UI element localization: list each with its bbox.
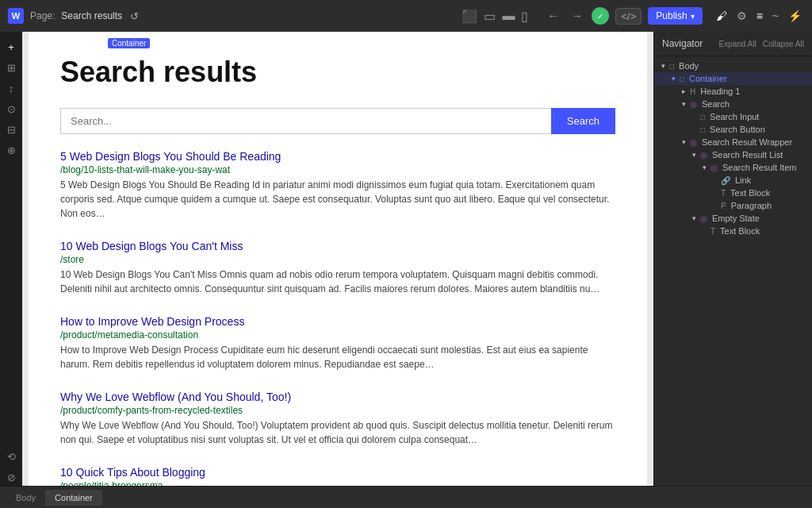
tree-item-label: Text Block xyxy=(720,226,760,236)
result-item: 10 Web Design Blogs You Can't Miss /stor… xyxy=(60,240,615,296)
tree-item[interactable]: T Text Block xyxy=(654,225,812,237)
mobile-icon[interactable]: ▯ xyxy=(521,9,528,24)
reload-icon[interactable]: ↺ xyxy=(130,10,139,22)
tree-item-label: Search Result List xyxy=(712,150,783,160)
code-editor-button[interactable]: </> xyxy=(615,8,642,25)
tree-item[interactable]: T Text Block xyxy=(654,187,812,199)
page-name: Search results xyxy=(61,10,122,21)
collapse-all-button[interactable]: Collapse All xyxy=(763,40,804,48)
tree-item[interactable]: 🔗 Link xyxy=(654,174,812,187)
tree-item-label: Search Button xyxy=(710,125,765,134)
navigator-title: Navigator xyxy=(662,38,703,49)
result-item: How to Improve Web Design Process /produ… xyxy=(60,315,615,371)
laptop-icon[interactable]: ▬ xyxy=(502,9,515,23)
tree-node-icon: H xyxy=(690,87,695,96)
tree-item[interactable]: ▾ ◎ Search Result Wrapper xyxy=(654,136,812,148)
search-results-list: 5 Web Design Blogs You Should Be Reading… xyxy=(60,150,615,486)
result-title-link[interactable]: 10 Quick Tips About Blogging xyxy=(60,466,615,479)
tree-item-label: Link xyxy=(735,175,751,185)
tree-item[interactable]: ▾ □ Body xyxy=(654,60,812,72)
result-url: /product/comfy-pants-from-recycled-texti… xyxy=(60,405,615,416)
page-title: Search results xyxy=(60,56,615,89)
tree-item[interactable]: ▾ ◎ Search xyxy=(654,98,812,110)
result-title-link[interactable]: 10 Web Design Blogs You Can't Miss xyxy=(60,240,615,252)
canvas-area: Container Search results Search 5 Web De… xyxy=(22,32,653,486)
tree-node-icon: □ xyxy=(700,113,705,121)
page-content: Search results Search 5 Web Design Blogs… xyxy=(29,32,647,486)
add-panel-icon[interactable]: + xyxy=(2,38,20,56)
expand-all-button[interactable]: Expand All xyxy=(718,40,756,48)
tree-expand-icon xyxy=(710,202,718,210)
navigator-actions: Expand All Collapse All xyxy=(718,40,804,48)
result-title-link[interactable]: How to Improve Web Design Process xyxy=(60,315,615,328)
desktop-icon[interactable]: ⬛ xyxy=(462,9,477,24)
tree-item[interactable]: □ Search Input xyxy=(654,110,812,123)
tree-item[interactable]: □ Search Button xyxy=(654,123,812,136)
help-icon[interactable]: ⊘ xyxy=(2,468,20,486)
layers-icon[interactable]: ≡ xyxy=(754,7,765,25)
tree-expand-icon: ▾ xyxy=(690,151,698,159)
bottom-bar: BodyContainer xyxy=(0,486,812,508)
tree-item-label: Empty State xyxy=(712,214,760,223)
result-excerpt: How to Improve Web Design Process Cupidi… xyxy=(60,343,615,371)
settings-icon[interactable]: ⚙ xyxy=(734,7,749,25)
search-input[interactable] xyxy=(60,108,551,134)
result-excerpt: 10 Web Design Blogs You Can't Miss Omnis… xyxy=(60,267,615,296)
bottom-tab-body[interactable]: Body xyxy=(6,490,45,506)
tree-item[interactable]: ▸ H Heading 1 xyxy=(654,85,812,98)
tree-item-label: Search xyxy=(702,99,730,109)
left-sidebar: + ⊞ ↕ ⊙ ⊟ ⊕ ⟲ ⊘ xyxy=(0,32,22,486)
tree-node-icon: □ xyxy=(700,125,705,134)
tree-node-icon: T xyxy=(710,227,715,236)
tree-item-label: Body xyxy=(679,61,699,71)
tree-item[interactable]: ▾ □ Container xyxy=(654,72,812,85)
publish-button[interactable]: Publish ▾ xyxy=(648,7,702,25)
tree-item-label: Search Result Wrapper xyxy=(702,137,792,147)
tree-item-label: Search Result Item xyxy=(722,163,797,172)
tree-expand-icon: ▾ xyxy=(680,138,688,146)
tree-expand-icon: ▾ xyxy=(680,100,688,108)
ecommerce-icon[interactable]: ~ xyxy=(770,7,781,25)
tree-expand-icon xyxy=(710,189,718,197)
tree-item-label: Container xyxy=(689,74,727,83)
account-icon[interactable]: ⟲ xyxy=(2,448,20,465)
tree-item[interactable]: ▾ ◎ Search Result Item xyxy=(654,161,812,174)
tree-item-label: Search Input xyxy=(710,112,759,121)
navigator-icon[interactable]: ↕ xyxy=(2,79,20,97)
tree-expand-icon: ▾ xyxy=(700,164,708,171)
tree-item-label: Text Block xyxy=(730,188,770,198)
redo-button[interactable]: → xyxy=(568,8,585,24)
right-panel-icons: 🖌 ⚙ ≡ ~ ⚡ xyxy=(714,7,804,25)
navigator-tree: ▾ □ Body ▾ □ Container ▸ H Heading 1 ▾ ◎… xyxy=(654,56,812,486)
bottom-tab-container[interactable]: Container xyxy=(45,490,102,506)
ecommerce-sidebar-icon[interactable]: ⊟ xyxy=(2,121,20,138)
result-excerpt: Why We Love Webflow (And You Should, Too… xyxy=(60,418,615,447)
tree-node-icon: □ xyxy=(669,62,674,71)
main-layout: + ⊞ ↕ ⊙ ⊟ ⊕ ⟲ ⊘ Container Search results… xyxy=(0,32,812,486)
result-title-link[interactable]: 5 Web Design Blogs You Should Be Reading xyxy=(60,150,615,163)
tree-node-icon: ◎ xyxy=(710,164,718,172)
components-icon[interactable]: ⊞ xyxy=(2,59,20,76)
cms-icon[interactable]: ⚡ xyxy=(786,7,804,25)
result-item: 5 Web Design Blogs You Should Be Reading… xyxy=(60,150,615,221)
styles-icon[interactable]: 🖌 xyxy=(714,7,730,25)
cms-sidebar-icon[interactable]: ⊙ xyxy=(2,100,20,117)
undo-button[interactable]: ← xyxy=(544,8,561,24)
top-bar: W Page: Search results ↺ ⬛ ▭ ▬ ▯ ← → ✓ <… xyxy=(0,0,812,32)
result-title-link[interactable]: Why We Love Webflow (And You Should, Too… xyxy=(60,391,615,403)
container-label: Container xyxy=(108,38,150,48)
tree-item[interactable]: P Paragraph xyxy=(654,199,812,212)
result-item: Why We Love Webflow (And You Should, Too… xyxy=(60,391,615,447)
search-bar: Search xyxy=(60,108,615,134)
top-bar-actions: ← → ✓ </> Publish ▾ xyxy=(544,7,702,25)
tree-item[interactable]: ▾ ◎ Empty State xyxy=(654,212,812,225)
tree-item[interactable]: ▾ ◎ Search Result List xyxy=(654,148,812,161)
pages-icon[interactable]: ⊕ xyxy=(2,141,20,159)
search-button[interactable]: Search xyxy=(551,108,615,134)
navigator-header: Navigator Expand All Collapse All xyxy=(654,32,812,56)
tablet-icon[interactable]: ▭ xyxy=(484,9,496,24)
result-url: /people/titia-brongersma xyxy=(60,480,615,486)
status-indicator: ✓ xyxy=(592,7,609,25)
tree-node-icon: ◎ xyxy=(690,138,697,147)
tree-expand-icon xyxy=(690,125,698,133)
